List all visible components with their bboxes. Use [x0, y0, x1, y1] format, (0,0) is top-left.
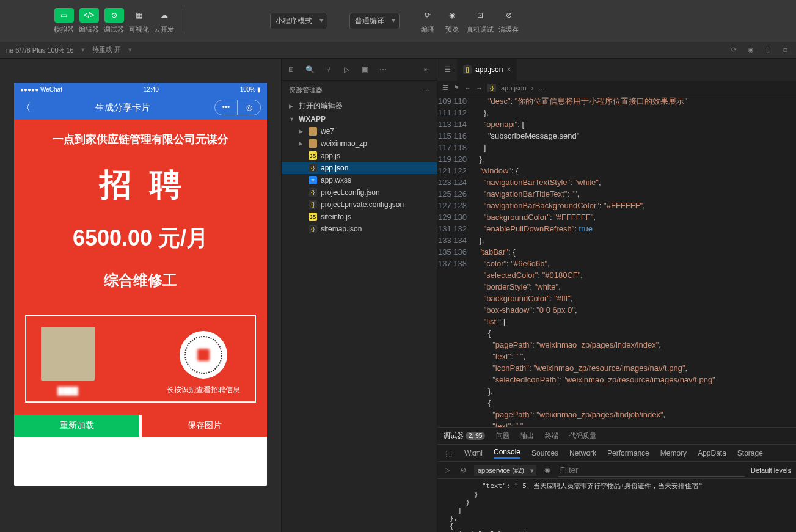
breadcrumb-more[interactable]: … — [538, 84, 545, 92]
code-icon: </> — [79, 8, 99, 23]
back-icon[interactable]: 〈 — [20, 100, 31, 115]
status-bar: ne 6/7/8 Plus 100% 16 ▾ 热重载 开 ▾ ⟳ ◉ ▯ ⧉ — [0, 42, 796, 59]
file-we7[interactable]: ▶we7 — [282, 125, 437, 137]
company-name: 一点到家供应链管理有限公司元谋分 — [14, 126, 267, 153]
devtab-network[interactable]: Network — [569, 449, 596, 457]
hire-text: 招聘 — [14, 164, 267, 206]
more-icon[interactable]: ··· — [424, 86, 429, 93]
tab-terminal[interactable]: 终端 — [545, 431, 558, 440]
salary-text: 6500.00 元/月 — [14, 224, 267, 253]
breadcrumb-file[interactable]: app.json — [501, 84, 527, 92]
clear-icon[interactable]: ⊘ — [458, 465, 468, 475]
file-project.private.config.json[interactable]: {}project.private.config.json — [282, 199, 437, 211]
file-siteinfo.js[interactable]: JSsiteinfo.js — [282, 211, 437, 223]
cache-button[interactable]: ⊘清缓存 — [498, 8, 519, 34]
wxss-icon: ≡ — [309, 176, 317, 184]
devtab-sources[interactable]: Sources — [531, 449, 558, 457]
json-icon: {} — [309, 225, 317, 233]
root-folder[interactable]: ▼WXAPP — [282, 113, 437, 125]
outline-icon[interactable]: ☰ — [442, 65, 452, 75]
file-app.wxss[interactable]: ≡app.wxss — [282, 174, 437, 186]
simulator-panel: ●●●●● WeChat 12:40 100% ▮ 〈 生成分享卡片 ••• ◎… — [0, 59, 281, 532]
file-project.config.json[interactable]: {}project.config.json — [282, 186, 437, 199]
save-button[interactable]: 保存图片 — [142, 415, 267, 437]
breadcrumb: ☰ ⚑ ← → {} app.json › … — [437, 81, 796, 95]
device-label[interactable]: ne 6/7/8 Plus 100% 16 — [6, 46, 74, 54]
carrier-label: ●●●●● WeChat — [20, 86, 62, 93]
compile-select[interactable]: 普通编译 — [349, 13, 400, 29]
blurred-text: ████ — [57, 387, 78, 395]
cut-icon[interactable]: ⧉ — [780, 45, 790, 55]
json-icon: {} — [463, 65, 472, 74]
cloud-icon: ☁ — [155, 8, 174, 23]
forward-icon[interactable]: → — [476, 84, 483, 92]
debug-icon[interactable]: ▷ — [341, 65, 351, 75]
mode-select[interactable]: 小程序模式 — [270, 13, 327, 29]
search-icon[interactable]: 🔍 — [305, 65, 315, 75]
tab-output[interactable]: 输出 — [520, 431, 534, 440]
refresh-icon: ⟳ — [418, 8, 437, 23]
eye-icon[interactable]: ◉ — [542, 465, 552, 475]
devtab-wxml[interactable]: Wxml — [464, 449, 483, 457]
realdevice-button[interactable]: ⊡真机调试 — [467, 8, 494, 34]
hotreload-label[interactable]: 热重载 开 — [92, 45, 121, 54]
compile-button[interactable]: ⟳编译 — [418, 8, 437, 34]
editor-button[interactable]: </>编辑器 — [79, 8, 99, 34]
tab-app-json[interactable]: {} app.json × — [457, 59, 517, 81]
tab-debugger[interactable]: 调试器 2, 95 — [444, 431, 485, 440]
more-icon[interactable]: ⋯ — [378, 65, 388, 75]
tab-problems[interactable]: 问题 — [496, 431, 509, 440]
rotate-icon[interactable]: ▯ — [763, 45, 773, 55]
preview-button[interactable]: ◉预览 — [442, 8, 462, 34]
back-icon[interactable]: ← — [464, 84, 471, 92]
inspect-icon[interactable]: ⬚ — [444, 448, 453, 458]
devtab-console[interactable]: Console — [494, 448, 520, 459]
refresh-icon[interactable]: ⟳ — [729, 45, 739, 55]
levels-select[interactable]: Default levels — [751, 467, 791, 474]
branch-icon[interactable]: ⑂ — [323, 65, 333, 75]
device-icon: ⊡ — [470, 8, 490, 23]
devtab-memory[interactable]: Memory — [660, 449, 687, 457]
clear-icon: ⊘ — [499, 8, 519, 23]
reload-button[interactable]: 重新加载 — [14, 415, 139, 437]
file-sitemap.json[interactable]: {}sitemap.json — [282, 223, 437, 235]
console-output[interactable]: "text": " 5、当天应聘人员需带齐行李物品+身份证件，当天安排住宿" }… — [437, 479, 796, 532]
opened-editors[interactable]: ▶打开的编辑器 — [282, 99, 437, 113]
phone-frame: ●●●●● WeChat 12:40 100% ▮ 〈 生成分享卡片 ••• ◎… — [14, 83, 267, 486]
filter-input[interactable] — [558, 464, 745, 477]
simulator-button[interactable]: ▭模拟器 — [54, 8, 74, 34]
devtab-appdata[interactable]: AppData — [698, 449, 726, 457]
close-icon[interactable]: × — [506, 65, 511, 74]
record-icon[interactable]: ◉ — [746, 45, 756, 55]
qrcode-image — [180, 331, 227, 379]
ext-icon[interactable]: ▣ — [360, 65, 370, 75]
list-icon[interactable]: ☰ — [442, 84, 448, 92]
bookmark-icon[interactable]: ⚑ — [453, 84, 459, 92]
json-icon: {} — [487, 84, 496, 92]
devtab-storage[interactable]: Storage — [737, 449, 763, 457]
bug-icon: ⊙ — [104, 8, 124, 23]
visualize-button[interactable]: ▦可视化 — [129, 8, 149, 34]
bottom-panel: 调试器 2, 95 问题 输出 终端 代码质量 ⬚ Wxml Console S… — [437, 427, 796, 532]
json-icon: {} — [309, 188, 317, 197]
editor-panel: ☰ {} app.json × ☰ ⚑ ← → {} app.json › … … — [437, 59, 796, 532]
cloud-button[interactable]: ☁云开发 — [154, 8, 174, 34]
files-icon[interactable]: 🗎 — [287, 65, 296, 75]
devtab-performance[interactable]: Performance — [607, 449, 649, 457]
file-app.js[interactable]: JSapp.js — [282, 150, 437, 162]
eye-icon: ◉ — [442, 8, 462, 23]
play-icon[interactable]: ▷ — [442, 465, 452, 475]
menu-capsule[interactable]: ••• — [214, 100, 238, 115]
collapse-icon[interactable]: ⇤ — [422, 65, 432, 75]
file-app.json[interactable]: {}app.json — [282, 162, 437, 174]
debugger-button[interactable]: ⊙调试器 — [104, 8, 124, 34]
json-icon: {} — [309, 200, 317, 209]
json-icon: {} — [309, 164, 317, 172]
context-select[interactable]: appservice (#2) — [474, 465, 536, 476]
close-capsule[interactable]: ◎ — [238, 100, 261, 115]
time-label: 12:40 — [144, 86, 159, 93]
file-weixinmao_zp[interactable]: ▶weixinmao_zp — [282, 137, 437, 150]
code-editor[interactable]: 109 110 111 112 113 114 115 116 117 118 … — [437, 95, 796, 427]
position-text: 综合维修工 — [14, 271, 267, 290]
tab-quality[interactable]: 代码质量 — [569, 431, 596, 440]
